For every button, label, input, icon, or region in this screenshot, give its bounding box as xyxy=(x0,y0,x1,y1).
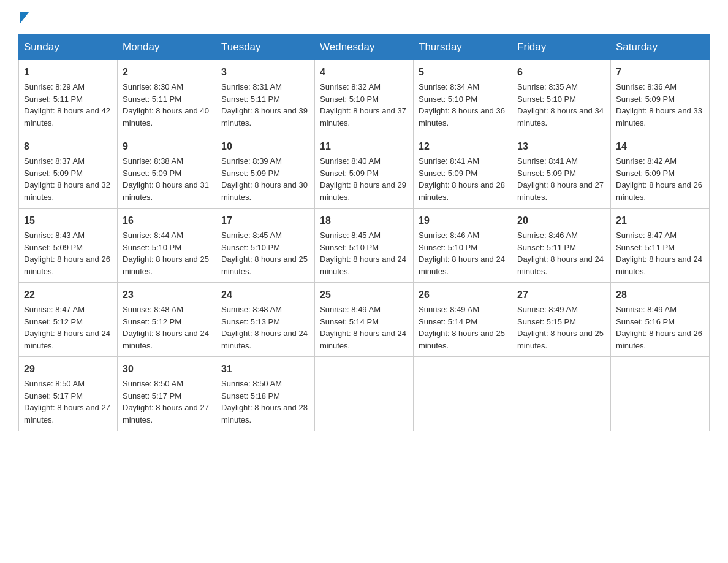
day-number: 23 xyxy=(123,288,211,302)
day-number: 28 xyxy=(616,288,704,302)
day-number: 29 xyxy=(24,362,112,377)
day-number: 2 xyxy=(123,65,211,80)
day-number: 26 xyxy=(419,288,507,302)
day-number: 15 xyxy=(24,213,112,228)
calendar-cell: 9Sunrise: 8:38 AMSunset: 5:09 PMDaylight… xyxy=(118,134,216,209)
calendar-cell: 23Sunrise: 8:48 AMSunset: 5:12 PMDayligh… xyxy=(118,283,216,357)
day-number: 31 xyxy=(221,362,309,377)
calendar-cell: 16Sunrise: 8:44 AMSunset: 5:10 PMDayligh… xyxy=(118,209,216,283)
calendar-cell: 15Sunrise: 8:43 AMSunset: 5:09 PMDayligh… xyxy=(19,209,118,283)
day-number: 4 xyxy=(320,65,408,80)
calendar-cell: 5Sunrise: 8:34 AMSunset: 5:10 PMDaylight… xyxy=(414,60,512,134)
day-number: 9 xyxy=(123,139,211,154)
calendar-cell xyxy=(611,357,710,431)
day-number: 24 xyxy=(221,288,309,302)
day-number: 25 xyxy=(320,288,408,302)
day-number: 19 xyxy=(419,213,507,228)
calendar-week-row: 15Sunrise: 8:43 AMSunset: 5:09 PMDayligh… xyxy=(19,209,710,283)
calendar-cell: 4Sunrise: 8:32 AMSunset: 5:10 PMDaylight… xyxy=(315,60,414,134)
day-number: 27 xyxy=(517,288,605,302)
logo-triangle-icon xyxy=(20,12,29,23)
calendar-cell: 3Sunrise: 8:31 AMSunset: 5:11 PMDaylight… xyxy=(216,60,315,134)
calendar-table: SundayMondayTuesdayWednesdayThursdayFrid… xyxy=(18,34,710,431)
header-friday: Friday xyxy=(512,35,611,60)
header-tuesday: Tuesday xyxy=(216,35,315,60)
day-number: 17 xyxy=(221,213,309,228)
day-number: 12 xyxy=(419,139,507,154)
day-number: 20 xyxy=(517,213,605,228)
calendar-week-row: 22Sunrise: 8:47 AMSunset: 5:12 PMDayligh… xyxy=(19,283,710,357)
calendar-cell: 14Sunrise: 8:42 AMSunset: 5:09 PMDayligh… xyxy=(611,134,710,209)
calendar-cell: 27Sunrise: 8:49 AMSunset: 5:15 PMDayligh… xyxy=(512,283,611,357)
calendar-cell xyxy=(512,357,611,431)
header-thursday: Thursday xyxy=(414,35,512,60)
calendar-cell: 19Sunrise: 8:46 AMSunset: 5:10 PMDayligh… xyxy=(414,209,512,283)
day-number: 5 xyxy=(419,65,507,80)
day-number: 8 xyxy=(24,139,112,154)
logo xyxy=(18,12,29,22)
calendar-week-row: 8Sunrise: 8:37 AMSunset: 5:09 PMDaylight… xyxy=(19,134,710,209)
calendar-week-row: 1Sunrise: 8:29 AMSunset: 5:11 PMDaylight… xyxy=(19,60,710,134)
calendar-cell: 7Sunrise: 8:36 AMSunset: 5:09 PMDaylight… xyxy=(611,60,710,134)
calendar-cell: 12Sunrise: 8:41 AMSunset: 5:09 PMDayligh… xyxy=(414,134,512,209)
day-number: 13 xyxy=(517,139,605,154)
calendar-cell: 10Sunrise: 8:39 AMSunset: 5:09 PMDayligh… xyxy=(216,134,315,209)
day-number: 1 xyxy=(24,65,112,80)
day-number: 22 xyxy=(24,288,112,302)
header-wednesday: Wednesday xyxy=(315,35,414,60)
calendar-cell: 30Sunrise: 8:50 AMSunset: 5:17 PMDayligh… xyxy=(118,357,216,431)
calendar-week-row: 29Sunrise: 8:50 AMSunset: 5:17 PMDayligh… xyxy=(19,357,710,431)
calendar-cell: 8Sunrise: 8:37 AMSunset: 5:09 PMDaylight… xyxy=(19,134,118,209)
calendar-cell: 22Sunrise: 8:47 AMSunset: 5:12 PMDayligh… xyxy=(19,283,118,357)
day-number: 11 xyxy=(320,139,408,154)
calendar-cell: 21Sunrise: 8:47 AMSunset: 5:11 PMDayligh… xyxy=(611,209,710,283)
calendar-cell: 13Sunrise: 8:41 AMSunset: 5:09 PMDayligh… xyxy=(512,134,611,209)
calendar-cell: 26Sunrise: 8:49 AMSunset: 5:14 PMDayligh… xyxy=(414,283,512,357)
calendar-cell: 31Sunrise: 8:50 AMSunset: 5:18 PMDayligh… xyxy=(216,357,315,431)
calendar-cell: 20Sunrise: 8:46 AMSunset: 5:11 PMDayligh… xyxy=(512,209,611,283)
calendar-cell: 17Sunrise: 8:45 AMSunset: 5:10 PMDayligh… xyxy=(216,209,315,283)
header-saturday: Saturday xyxy=(611,35,710,60)
calendar-cell: 25Sunrise: 8:49 AMSunset: 5:14 PMDayligh… xyxy=(315,283,414,357)
page-header xyxy=(18,12,710,22)
day-number: 30 xyxy=(123,362,211,377)
day-number: 14 xyxy=(616,139,704,154)
day-number: 21 xyxy=(616,213,704,228)
calendar-cell: 24Sunrise: 8:48 AMSunset: 5:13 PMDayligh… xyxy=(216,283,315,357)
day-number: 7 xyxy=(616,65,704,80)
day-number: 16 xyxy=(123,213,211,228)
calendar-cell: 28Sunrise: 8:49 AMSunset: 5:16 PMDayligh… xyxy=(611,283,710,357)
calendar-cell: 6Sunrise: 8:35 AMSunset: 5:10 PMDaylight… xyxy=(512,60,611,134)
calendar-header-row: SundayMondayTuesdayWednesdayThursdayFrid… xyxy=(19,35,710,60)
day-number: 6 xyxy=(517,65,605,80)
calendar-cell: 1Sunrise: 8:29 AMSunset: 5:11 PMDaylight… xyxy=(19,60,118,134)
calendar-cell xyxy=(414,357,512,431)
header-monday: Monday xyxy=(118,35,216,60)
calendar-cell: 11Sunrise: 8:40 AMSunset: 5:09 PMDayligh… xyxy=(315,134,414,209)
header-sunday: Sunday xyxy=(19,35,118,60)
calendar-cell: 18Sunrise: 8:45 AMSunset: 5:10 PMDayligh… xyxy=(315,209,414,283)
calendar-cell: 2Sunrise: 8:30 AMSunset: 5:11 PMDaylight… xyxy=(118,60,216,134)
day-number: 18 xyxy=(320,213,408,228)
calendar-cell xyxy=(315,357,414,431)
day-number: 3 xyxy=(221,65,309,80)
calendar-cell: 29Sunrise: 8:50 AMSunset: 5:17 PMDayligh… xyxy=(19,357,118,431)
day-number: 10 xyxy=(221,139,309,154)
